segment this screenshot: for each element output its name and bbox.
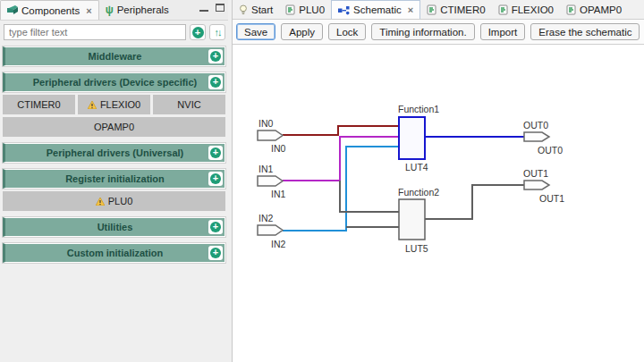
expand-button[interactable]: + [208, 146, 223, 160]
device-items-row: CTIMER0 FLEXIO0 NVIC [3, 95, 225, 114]
device-items-row: OPAMP0 [3, 117, 225, 137]
function2-title: Function2 [398, 187, 439, 198]
schematic-canvas-area[interactable]: IN0 IN0 IN1 IN1 IN2 IN2 Function1 LUT4 F… [233, 44, 644, 362]
expand-button[interactable]: + [208, 246, 223, 260]
tab-peripherals[interactable]: ψ Peripherals [99, 0, 175, 20]
tab-components[interactable]: Components × [0, 0, 99, 20]
tab-flexio0[interactable]: FLEXIO0 [492, 0, 560, 19]
section-header-register-init[interactable]: Register initialization + [3, 169, 225, 189]
tab-components-label: Components [21, 5, 80, 16]
section-register-init: Register initialization + PLU0 [3, 169, 225, 211]
lock-button[interactable]: Lock [328, 23, 366, 40]
minimize-icon[interactable] [199, 4, 208, 12]
add-component-button[interactable]: + [190, 24, 206, 40]
schematic-canvas[interactable]: IN0 IN0 IN1 IN1 IN2 IN2 Function1 LUT4 F… [233, 45, 644, 362]
out0-label-top: OUT0 [523, 120, 548, 130]
out1-label-bottom: OUT1 [539, 193, 564, 204]
view-tabbar: Components × ψ Peripherals [0, 0, 228, 21]
section-peripheral-device: Peripheral drivers (Device specific) + C… [3, 72, 225, 137]
function1-title: Function1 [398, 104, 439, 114]
function1-type: LUT4 [405, 162, 428, 173]
in2-label-top: IN2 [258, 213, 274, 223]
peripherals-icon: ψ [106, 4, 114, 16]
section-header-utilities[interactable]: Utilities + [3, 217, 225, 237]
component-item-flexio0[interactable]: FLEXIO0 [78, 95, 150, 114]
expand-button[interactable]: + [208, 172, 223, 186]
in0-label-bottom: IN0 [271, 143, 286, 154]
section-header-middleware[interactable]: Middleware + [3, 46, 225, 66]
wire-out1[interactable] [425, 185, 524, 219]
wire-in0[interactable] [283, 126, 399, 135]
out0-label-bottom: OUT0 [538, 145, 563, 156]
section-label: Utilities [97, 222, 133, 232]
out1-label-top: OUT1 [523, 168, 548, 179]
tab-schematic[interactable]: Schematic × [331, 0, 420, 19]
section-peripheral-universal: Peripheral drivers (Universal) + [3, 143, 225, 163]
tab-plu0[interactable]: PLU0 [279, 0, 331, 19]
expand-button[interactable]: + [208, 49, 223, 63]
wire-in1-to-function2[interactable] [340, 181, 399, 212]
register-items-row: PLU0 [3, 191, 225, 211]
maximize-icon[interactable] [216, 4, 225, 12]
tab-label: Schematic [353, 4, 402, 15]
out0-port[interactable] [524, 132, 549, 141]
expand-button[interactable]: + [208, 220, 223, 234]
import-button[interactable]: Import [480, 23, 526, 40]
tab-label: Start [251, 4, 273, 15]
plus-icon: + [210, 51, 221, 62]
tab-label: FLEXIO0 [512, 4, 554, 15]
item-label: NVIC [177, 99, 200, 110]
filter-input[interactable] [4, 24, 186, 40]
plus-icon: + [210, 77, 221, 88]
in1-label-top: IN1 [258, 164, 274, 174]
tab-start[interactable]: Start [233, 0, 279, 19]
item-label: CTIMER0 [17, 99, 60, 110]
item-label: FLEXIO0 [100, 99, 140, 110]
section-header-peripheral-device[interactable]: Peripheral drivers (Device specific) + [3, 72, 225, 92]
section-label: Custom initialization [67, 248, 164, 258]
section-label: Peripheral drivers (Device specific) [33, 77, 197, 88]
tab-label: OPAMP0 [580, 4, 622, 15]
filter-row: + ↑↓ [0, 21, 228, 44]
close-icon[interactable]: × [408, 4, 413, 15]
in1-port[interactable] [258, 176, 283, 186]
plus-icon: + [210, 173, 221, 184]
component-item-ctimer0[interactable]: CTIMER0 [3, 95, 75, 114]
editor-tabbar: Start PLU0 Schematic × CTIMER0 [233, 0, 644, 20]
component-sections: Middleware + Peripheral drivers (Device … [0, 44, 228, 269]
function2-box[interactable] [399, 199, 425, 240]
erase-schematic-button[interactable]: Erase the schematic [530, 23, 640, 40]
timing-information-button[interactable]: Timing information. [371, 23, 474, 40]
lightbulb-icon [239, 4, 248, 15]
item-label: OPAMP0 [94, 122, 134, 132]
tab-opamp0[interactable]: OPAMP0 [560, 0, 628, 19]
section-header-peripheral-universal[interactable]: Peripheral drivers (Universal) + [3, 143, 225, 163]
in1-label-bottom: IN1 [271, 189, 286, 199]
component-item-opamp0[interactable]: OPAMP0 [3, 117, 225, 137]
expand-button[interactable]: + [208, 75, 223, 89]
save-button[interactable]: Save [236, 23, 275, 40]
plus-icon: + [210, 147, 221, 158]
in0-label-top: IN0 [258, 118, 274, 129]
component-item-nvic[interactable]: NVIC [153, 95, 225, 114]
out1-port[interactable] [524, 181, 549, 189]
section-header-custom-init[interactable]: Custom initialization + [3, 243, 225, 263]
function1-box[interactable] [399, 117, 425, 159]
peripheral-icon [427, 4, 436, 15]
plus-icon: + [210, 248, 221, 258]
section-utilities: Utilities + [3, 217, 225, 237]
close-icon[interactable]: × [86, 5, 91, 16]
tab-label: PLU0 [299, 4, 325, 15]
plus-icon: + [210, 222, 221, 232]
wire-in1[interactable] [283, 137, 399, 181]
tab-peripherals-label: Peripherals [117, 4, 169, 15]
component-item-plu0[interactable]: PLU0 [3, 191, 225, 211]
apply-button[interactable]: Apply [281, 23, 323, 40]
sort-button[interactable]: ↑↓ [209, 24, 225, 40]
in0-port[interactable] [258, 130, 283, 140]
in2-port[interactable] [258, 225, 283, 235]
tab-ctimer0[interactable]: CTIMER0 [420, 0, 491, 19]
warning-icon [96, 198, 105, 206]
section-label: Middleware [89, 51, 142, 62]
peripheral-icon [566, 4, 576, 15]
